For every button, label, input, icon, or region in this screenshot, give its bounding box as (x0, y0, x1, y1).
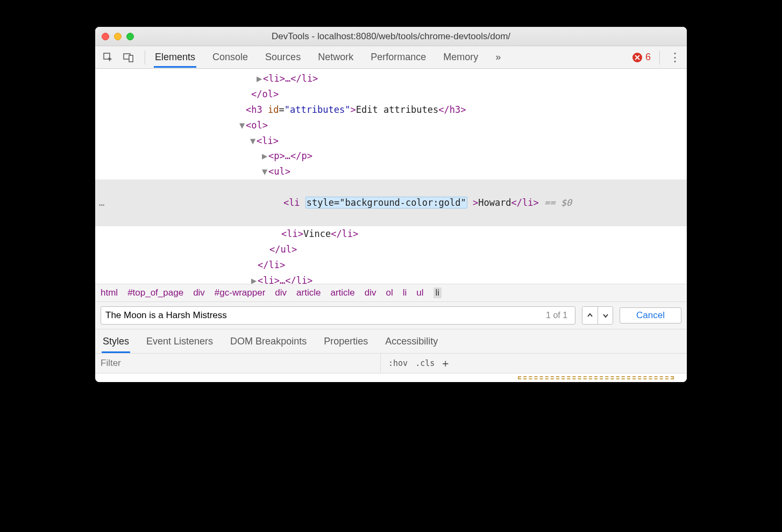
minimize-window-button[interactable] (114, 33, 122, 40)
dom-tree[interactable]: ▶<li>…</li> </ol> <h3 id="attributes">Ed… (95, 69, 687, 284)
tab-elements[interactable]: Elements (154, 47, 196, 68)
crumb-gc-wrapper[interactable]: #gc-wrapper (215, 287, 266, 298)
dom-node-selected[interactable]: … <li style="background-color:gold" >How… (95, 179, 687, 226)
devtools-window: DevTools - localhost:8080/web/tools/chro… (95, 27, 687, 382)
crumb-li[interactable]: li (403, 287, 407, 298)
styles-toolbar: :hov .cls + (95, 354, 687, 373)
main-tabs: Elements Console Sources Network Perform… (154, 47, 627, 68)
main-toolbar: Elements Console Sources Network Perform… (95, 46, 687, 69)
tab-performance[interactable]: Performance (369, 47, 427, 68)
dom-node[interactable]: </li> (95, 257, 687, 273)
subtab-styles[interactable]: Styles (102, 334, 130, 353)
error-icon (632, 53, 642, 62)
dom-breadcrumb: html #top_of_page div #gc-wrapper div ar… (95, 284, 687, 302)
console-reference: == $0 (539, 197, 572, 208)
search-box: 1 of 1 (101, 306, 575, 325)
dom-node[interactable]: </ul> (95, 242, 687, 257)
subtab-accessibility[interactable]: Accessibility (384, 334, 439, 353)
ellipsis-icon[interactable]: … (95, 195, 106, 211)
styles-subtabs: Styles Event Listeners DOM Breakpoints P… (95, 329, 687, 354)
dom-node[interactable]: ▼<ol> (95, 118, 687, 133)
search-nav (582, 306, 613, 325)
close-window-button[interactable] (102, 33, 109, 40)
cancel-button[interactable]: Cancel (620, 307, 681, 323)
cls-toggle[interactable]: .cls (415, 358, 435, 368)
toolbar-divider (659, 51, 660, 64)
svg-rect-2 (129, 55, 133, 62)
subtab-dom-breakpoints[interactable]: DOM Breakpoints (229, 334, 308, 353)
settings-menu-icon[interactable]: ⋮ (669, 51, 681, 64)
crumb-ol[interactable]: ol (386, 287, 393, 298)
expand-arrow-icon[interactable]: ▼ (239, 118, 246, 133)
expand-arrow-icon[interactable]: ▶ (262, 148, 268, 164)
dom-node[interactable]: ▼<ul> (95, 164, 687, 179)
crumb-div[interactable]: div (275, 287, 287, 298)
tab-memory[interactable]: Memory (442, 47, 479, 68)
search-next-button[interactable] (598, 307, 613, 324)
dom-node[interactable]: <li>Vince</li> (95, 226, 687, 242)
crumb-article[interactable]: article (296, 287, 321, 298)
tab-network[interactable]: Network (317, 47, 354, 68)
dom-node[interactable]: ▼<li> (95, 133, 687, 149)
toolbar-divider (145, 51, 145, 64)
search-match-count: 1 of 1 (543, 311, 571, 320)
subtab-event-listeners[interactable]: Event Listeners (145, 334, 214, 353)
attribute-edit-selection[interactable]: style="background-color:gold" (305, 197, 467, 209)
search-bar: 1 of 1 Cancel (95, 302, 687, 329)
search-input[interactable] (105, 310, 543, 321)
crumb-ul[interactable]: ul (416, 287, 423, 298)
search-prev-button[interactable] (582, 307, 598, 324)
inspect-element-icon[interactable] (101, 50, 116, 65)
tab-console[interactable]: Console (211, 47, 249, 68)
dom-node[interactable]: ▶<li>…</li> (95, 71, 687, 87)
error-badge[interactable]: 6 (632, 52, 651, 63)
styles-panel-body (95, 373, 687, 382)
error-count: 6 (645, 52, 651, 63)
crumb-html[interactable]: html (101, 287, 118, 298)
window-title: DevTools - localhost:8080/web/tools/chro… (102, 31, 680, 42)
expand-arrow-icon[interactable]: ▶ (257, 71, 263, 87)
new-style-rule-button[interactable]: + (442, 357, 449, 370)
expand-arrow-icon[interactable]: ▼ (250, 133, 257, 149)
dom-node[interactable]: ▶<p>…</p> (95, 148, 687, 164)
dom-node[interactable]: ▶<li>…</li> (95, 273, 687, 284)
hov-toggle[interactable]: :hov (388, 358, 408, 368)
tabs-overflow[interactable]: » (494, 47, 502, 68)
tab-sources[interactable]: Sources (264, 47, 302, 68)
crumb-article[interactable]: article (330, 287, 354, 298)
zoom-window-button[interactable] (126, 33, 134, 40)
crumb-top-of-page[interactable]: #top_of_page (127, 287, 183, 298)
dom-node[interactable]: </ol> (95, 87, 687, 102)
device-toolbar-icon[interactable] (121, 50, 136, 65)
traffic-lights (102, 33, 134, 40)
box-model-preview (518, 376, 674, 379)
dom-node[interactable]: <h3 id="attributes">Edit attributes</h3> (95, 102, 687, 118)
expand-arrow-icon[interactable]: ▼ (262, 164, 268, 179)
styles-filter-input[interactable] (95, 354, 380, 373)
expand-arrow-icon[interactable]: ▶ (251, 273, 258, 284)
crumb-li-selected[interactable]: li (433, 287, 442, 298)
titlebar: DevTools - localhost:8080/web/tools/chro… (95, 27, 687, 46)
crumb-div[interactable]: div (193, 287, 205, 298)
crumb-div[interactable]: div (365, 287, 376, 298)
subtab-properties[interactable]: Properties (323, 334, 369, 353)
